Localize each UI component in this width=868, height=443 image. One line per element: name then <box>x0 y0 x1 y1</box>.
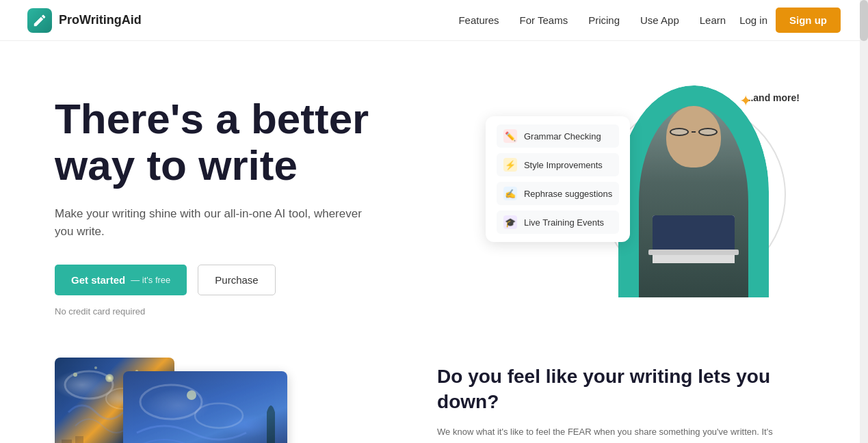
star-icon: ✦ <box>739 92 752 110</box>
signup-button[interactable]: Sign up <box>776 8 841 33</box>
section2: My idea in my head Do you feel like your… <box>0 344 868 443</box>
hero-buttons: Get started — it's free Purchase <box>55 265 472 295</box>
section2-right: Do you feel like your writing lets you d… <box>437 358 813 443</box>
hero-illustration: ...and more! ✦ ✏️ Grammar Checking ⚡ Sty… <box>472 82 813 301</box>
nav-learn[interactable]: Learn <box>700 14 726 26</box>
purchase-button[interactable]: Purchase <box>198 265 275 295</box>
feature-rephrase: ✍️ Rephrase suggestions <box>497 182 619 205</box>
svg-rect-5 <box>75 436 83 443</box>
section2-text: We know what it's like to feel the FEAR … <box>437 425 813 443</box>
scrollbar-track[interactable] <box>860 0 868 443</box>
nav-links: Features For Teams Pricing Use App Learn <box>458 14 726 27</box>
nav-pricing[interactable]: Pricing <box>588 14 620 26</box>
scrollbar-thumb[interactable] <box>860 0 868 41</box>
hero-left: There's a better way to write Make your … <box>55 82 472 317</box>
nav-for-teams[interactable]: For Teams <box>520 14 568 26</box>
logo-text: ProWritingAid <box>59 13 142 27</box>
navbar: ProWritingAid Features For Teams Pricing… <box>0 0 868 41</box>
hero-subtitle: Make your writing shine with our all-in-… <box>55 205 369 240</box>
svg-point-10 <box>195 403 243 428</box>
feature-grammar: ✏️ Grammar Checking <box>497 124 619 148</box>
login-button[interactable]: Log in <box>739 14 767 26</box>
svg-point-0 <box>65 371 113 399</box>
hero-title: There's a better way to write <box>55 96 472 189</box>
nav-features[interactable]: Features <box>458 14 499 26</box>
logo-link[interactable]: ProWritingAid <box>27 8 142 33</box>
hero-right: ...and more! ✦ ✏️ Grammar Checking ⚡ Sty… <box>472 82 813 301</box>
painting-stack: My idea in my head <box>55 358 287 443</box>
svg-point-11 <box>187 390 196 400</box>
feature-training: 🎓 Live Training Events <box>497 211 619 234</box>
free-tag: — it's free <box>131 275 170 285</box>
svg-rect-4 <box>62 440 72 443</box>
svg-point-2 <box>105 374 114 382</box>
get-started-button[interactable]: Get started — it's free <box>55 265 187 295</box>
glasses <box>670 128 718 136</box>
svg-point-9 <box>140 385 202 419</box>
and-more-label: ...and more! <box>746 92 800 103</box>
painting-front <box>123 371 287 443</box>
svg-point-6 <box>73 373 77 377</box>
laptop <box>653 215 735 263</box>
features-panel: ✏️ Grammar Checking ⚡ Style Improvements… <box>486 116 630 242</box>
person-bg <box>618 85 769 297</box>
section2-title: Do you feel like your writing lets you d… <box>437 364 813 414</box>
training-icon: 🎓 <box>503 215 517 229</box>
hero-section: There's a better way to write Make your … <box>0 41 868 344</box>
rephrase-icon: ✍️ <box>503 187 517 200</box>
style-icon: ⚡ <box>503 158 517 172</box>
section2-left: My idea in my head <box>55 358 396 443</box>
grammar-icon: ✏️ <box>503 129 517 143</box>
svg-point-8 <box>94 366 97 369</box>
feature-style: ⚡ Style Improvements <box>497 153 619 176</box>
no-credit-text: No credit card required <box>55 306 472 317</box>
logo-icon <box>27 8 52 33</box>
nav-use-app[interactable]: Use App <box>640 14 679 26</box>
